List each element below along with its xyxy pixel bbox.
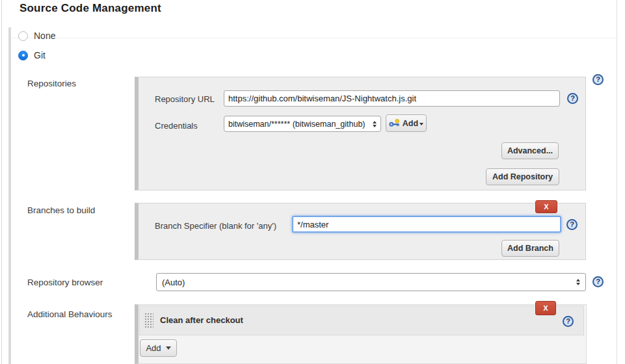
repository-browser-value: (Auto)	[162, 278, 572, 287]
radio-git-label: Git	[34, 50, 46, 60]
page-right-border	[617, 0, 617, 364]
advanced-button[interactable]: Advanced...	[501, 142, 559, 159]
scm-option-none[interactable]: None	[18, 31, 55, 41]
behaviour-help-icon[interactable]: ?	[563, 316, 574, 327]
scm-option-git[interactable]: Git	[18, 50, 46, 60]
behaviour-item-title: Clean after checkout	[160, 315, 243, 325]
repository-url-value: https://github.com/bitwiseman/JS-Nightwa…	[228, 94, 416, 103]
add-branch-label: Add Branch	[507, 244, 553, 253]
page-left-border	[1, 0, 2, 364]
repository-browser-label: Repository browser	[27, 278, 103, 287]
repositories-section-label: Repositories	[27, 79, 76, 88]
delete-behaviour-button[interactable]: X	[535, 301, 556, 315]
caret-down-icon	[419, 123, 423, 125]
branches-section-label: Branches to build	[27, 205, 95, 215]
branch-specifier-label: Branch Specifier (blank for 'any')	[155, 221, 276, 231]
branch-specifier-value: */master	[297, 220, 328, 229]
select-arrows-icon	[373, 121, 377, 127]
page-title: Source Code Management	[20, 2, 161, 15]
radio-git[interactable]	[18, 51, 28, 60]
branch-specifier-input[interactable]: */master	[292, 216, 561, 233]
branch-specifier-help-icon[interactable]: ?	[566, 219, 578, 230]
add-credentials-label: Add	[403, 119, 418, 128]
section-divider	[11, 38, 617, 38]
scm-config-page: Source Code Management None Git Reposito…	[0, 0, 625, 364]
repository-browser-help-icon[interactable]: ?	[592, 276, 604, 287]
credentials-selected-value: bitwiseman/****** (bitwiseman_github)	[228, 120, 369, 129]
scm-block-strip	[8, 27, 11, 364]
add-behaviour-button[interactable]: Add	[140, 339, 177, 357]
repository-url-label: Repository URL	[155, 94, 215, 104]
add-credentials-button[interactable]: Add	[386, 114, 427, 132]
add-branch-button[interactable]: Add Branch	[501, 240, 559, 257]
credentials-label: Credentials	[155, 121, 198, 131]
repository-url-help-icon[interactable]: ?	[567, 93, 578, 104]
repository-url-input[interactable]: https://github.com/bitwiseman/JS-Nightwa…	[224, 90, 560, 107]
add-repository-button[interactable]: Add Repository	[486, 168, 559, 185]
select-arrows-icon	[576, 279, 580, 285]
delete-branch-button[interactable]: X	[535, 200, 557, 213]
radio-none[interactable]	[18, 31, 28, 41]
additional-behaviours-label: Additional Behaviours	[27, 309, 113, 319]
credentials-select[interactable]: bitwiseman/****** (bitwiseman_github)	[224, 116, 381, 132]
add-repository-label: Add Repository	[492, 172, 553, 181]
repositories-help-icon[interactable]: ?	[592, 74, 604, 85]
key-icon	[389, 119, 400, 127]
repository-browser-select[interactable]: (Auto)	[156, 273, 586, 291]
add-behaviour-label: Add	[146, 343, 161, 353]
radio-none-label: None	[34, 31, 55, 41]
advanced-label: Advanced...	[507, 146, 553, 155]
drag-handle-icon[interactable]	[144, 313, 153, 328]
caret-down-icon	[166, 346, 171, 350]
